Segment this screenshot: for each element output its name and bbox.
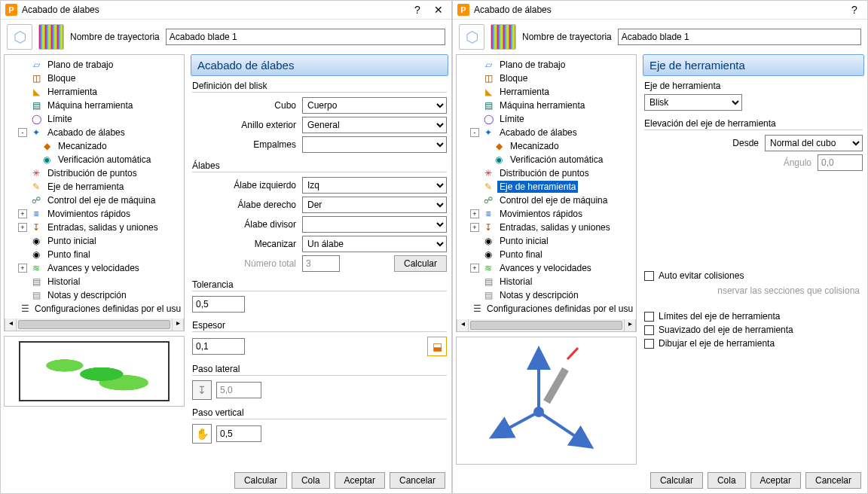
anillo-select[interactable]: General xyxy=(302,117,447,133)
cola-button[interactable]: Cola xyxy=(292,472,330,489)
tree-item-pfin[interactable]: ◉Punto final xyxy=(457,248,636,261)
limits-check[interactable]: Límites del eje de herramienta xyxy=(644,311,863,322)
tree-item-strat[interactable]: -✦Acabado de álabes xyxy=(5,126,184,139)
alabe-izq-select[interactable]: Izq xyxy=(302,177,447,194)
tree-item-herr[interactable]: ◣Herramienta xyxy=(457,85,636,99)
tree-item-maq[interactable]: ▤Máquina herramienta xyxy=(457,99,636,112)
calcular-button[interactable]: Calcular xyxy=(234,472,287,489)
tree-hscroll[interactable]: ◂▸ xyxy=(457,319,636,331)
tree-item-label: Distribución de puntos xyxy=(45,167,139,179)
thickness-icon[interactable]: ⬓ xyxy=(427,337,447,356)
tree-item-lim[interactable]: ◯Límite xyxy=(5,112,184,126)
auto-avoid-check[interactable]: Auto evitar colisiones xyxy=(644,270,863,281)
cola-button[interactable]: Cola xyxy=(708,472,746,489)
tree-item-bloque[interactable]: ◫Bloque xyxy=(5,72,184,85)
button-row-right: Calcular Cola Aceptar Cancelar xyxy=(453,468,867,493)
tree-item-mec[interactable]: ◆Mecanizado xyxy=(457,139,636,153)
trajectory-name-input[interactable] xyxy=(618,29,861,45)
tree-item-maq[interactable]: ▤Máquina herramienta xyxy=(5,99,184,112)
view-icon-color[interactable] xyxy=(491,24,516,50)
tree-item-mec[interactable]: ◆Mecanizado xyxy=(5,139,184,153)
expander-icon[interactable]: + xyxy=(18,264,27,273)
tree-item-hist[interactable]: ▤Historial xyxy=(5,275,184,288)
trajectory-label: Nombre de trayectoria xyxy=(522,32,612,42)
tree-item-note[interactable]: ▤Notas y descripción xyxy=(457,288,636,302)
tree-item-lim[interactable]: ◯Límite xyxy=(457,112,636,126)
expander-icon[interactable]: + xyxy=(470,223,479,232)
tree-item-ctrl[interactable]: ☍Control del eje de máquina xyxy=(5,194,184,207)
calcular-blades-button[interactable]: Calcular xyxy=(394,255,447,272)
paso-vert-label: Paso vertical xyxy=(192,406,447,419)
help-button[interactable]: ? xyxy=(846,4,863,16)
tree-item-dist[interactable]: ✳Distribución de puntos xyxy=(5,166,184,180)
tree-item-eje[interactable]: ✎Eje de herramienta xyxy=(5,180,184,194)
smoothing-check[interactable]: Suavizado del eje de herramienta xyxy=(644,325,863,335)
esp-input[interactable] xyxy=(192,338,245,355)
aceptar-button[interactable]: Aceptar xyxy=(750,472,801,489)
tree-item-eje[interactable]: ✎Eje de herramienta xyxy=(457,180,636,194)
expander-icon[interactable]: - xyxy=(18,128,27,137)
help-button[interactable]: ? xyxy=(409,4,426,16)
alabe-div-select[interactable] xyxy=(302,216,447,233)
group-blisk: Definición del blisk xyxy=(192,79,447,93)
tree-item-av[interactable]: +≋Avances y velocidades xyxy=(5,261,184,275)
tree-item-note[interactable]: ▤Notas y descripción xyxy=(5,288,184,302)
cubo-select[interactable]: Cuerpo xyxy=(302,97,447,114)
tree-item-label: Eje de herramienta xyxy=(497,181,578,193)
note-icon: ▤ xyxy=(30,289,42,301)
tree-item-dist[interactable]: ✳Distribución de puntos xyxy=(457,166,636,180)
empalmes-select[interactable] xyxy=(302,136,447,153)
view-icon-color[interactable] xyxy=(38,24,64,50)
aceptar-button[interactable]: Aceptar xyxy=(335,472,385,489)
tree-item-conf[interactable]: ☰Configuraciones definidas por el usu xyxy=(457,302,636,316)
tree-item-bloque[interactable]: ◫Bloque xyxy=(457,72,636,85)
desde-select[interactable]: Normal del cubo xyxy=(765,135,863,151)
tree-item-plano[interactable]: ▱Plano de trabajo xyxy=(5,58,184,72)
stepdown-icon[interactable]: ✋ xyxy=(192,424,212,444)
window-title: Acabado de álabes xyxy=(474,5,842,15)
tree-item-ver[interactable]: ◉Verificación automática xyxy=(5,153,184,166)
hist-icon: ▤ xyxy=(482,276,494,288)
tree-item-mov[interactable]: +≡Movimientos rápidos xyxy=(457,207,636,221)
note-icon: ▤ xyxy=(482,289,494,301)
tree-item-strat[interactable]: -✦Acabado de álabes xyxy=(457,126,636,139)
trajectory-name-input[interactable] xyxy=(166,29,445,45)
cancelar-button[interactable]: Cancelar xyxy=(805,472,861,489)
tree-item-conf[interactable]: ☰Configuraciones definidas por el usu xyxy=(5,302,184,316)
tree-item-ver[interactable]: ◉Verificación automática xyxy=(457,153,636,166)
mecanizar-select[interactable]: Un álabe xyxy=(302,236,447,252)
tree-item-plano[interactable]: ▱Plano de trabajo xyxy=(457,58,636,72)
tree-item-label: Avances y velocidades xyxy=(497,262,594,274)
eje-select[interactable]: Blisk xyxy=(644,94,742,111)
titlebar-left: P Acabado de álabes ? ✕ xyxy=(1,1,451,20)
expander-icon[interactable]: + xyxy=(18,223,27,232)
tree-item-av[interactable]: +≋Avances y velocidades xyxy=(457,261,636,275)
tree-hscroll[interactable]: ◂▸ xyxy=(5,319,184,331)
alabe-der-select[interactable]: Der xyxy=(302,197,447,213)
view-icon-wire[interactable]: ⬡ xyxy=(7,24,32,50)
ver-icon: ◉ xyxy=(41,154,53,166)
paso-vert-input[interactable] xyxy=(216,425,261,442)
close-button[interactable]: ✕ xyxy=(430,4,447,16)
expander-icon[interactable]: + xyxy=(18,209,27,218)
expander-icon[interactable]: + xyxy=(470,209,479,218)
expander-icon[interactable]: - xyxy=(470,128,479,137)
tree-item-mov[interactable]: +≡Movimientos rápidos xyxy=(5,207,184,221)
tree-item-ent[interactable]: +↧Entradas, salidas y uniones xyxy=(5,221,184,234)
anillo-label: Anillo exterior xyxy=(192,120,298,130)
draw-check[interactable]: Dibujar el eje de herramienta xyxy=(644,338,863,349)
cancelar-button[interactable]: Cancelar xyxy=(390,472,445,489)
tree-item-hist[interactable]: ▤Historial xyxy=(457,275,636,288)
calcular-button[interactable]: Calcular xyxy=(650,472,703,489)
tree-item-pini[interactable]: ◉Punto inicial xyxy=(5,234,184,248)
tol-input[interactable] xyxy=(192,296,245,313)
view-icon-wire[interactable]: ⬡ xyxy=(459,24,484,50)
tree-item-pfin[interactable]: ◉Punto final xyxy=(5,248,184,261)
group-alabes: Álabes xyxy=(192,159,447,172)
expander-icon[interactable]: + xyxy=(470,264,479,273)
tree-item-herr[interactable]: ◣Herramienta xyxy=(5,85,184,99)
tree-item-ctrl[interactable]: ☍Control del eje de máquina xyxy=(457,194,636,207)
eje-label: Eje de herramienta xyxy=(644,79,863,93)
tree-item-ent[interactable]: +↧Entradas, salidas y uniones xyxy=(457,221,636,234)
tree-item-pini[interactable]: ◉Punto inicial xyxy=(457,234,636,248)
